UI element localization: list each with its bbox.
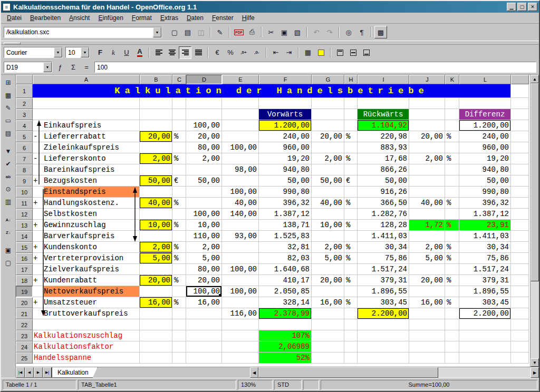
undo-button[interactable]: ↶	[310, 26, 323, 38]
cell-G19[interactable]	[312, 286, 344, 297]
cell-L17[interactable]: 1.517,24	[459, 264, 511, 275]
cell-C21[interactable]	[172, 308, 186, 319]
cell-D2[interactable]	[186, 98, 222, 109]
cell-K13[interactable]: %	[445, 220, 459, 231]
cell-C4[interactable]	[172, 120, 186, 131]
menu-item-ansicht[interactable]: Ansicht	[65, 13, 94, 23]
cell-K22[interactable]	[445, 319, 459, 330]
cell-H3[interactable]	[344, 109, 358, 120]
cell-G5[interactable]: 20,00	[312, 131, 344, 142]
cell-B25[interactable]	[140, 352, 172, 364]
cell-G24[interactable]	[312, 341, 344, 352]
cell-K21[interactable]	[445, 308, 459, 319]
cell-F5[interactable]: 240,00	[259, 131, 312, 142]
cell-J22[interactable]	[409, 319, 445, 330]
cell-D5[interactable]: 20,00	[186, 131, 222, 142]
cell-I24[interactable]	[358, 341, 409, 352]
cell-L11[interactable]: 396,32	[459, 198, 511, 209]
cell-G8[interactable]	[312, 164, 344, 175]
cell-G10[interactable]	[312, 187, 344, 198]
cell-B19[interactable]	[140, 286, 172, 297]
cell-D6[interactable]: 80,00	[186, 142, 222, 153]
cell-G7[interactable]: 2,00	[312, 153, 344, 164]
cell-G22[interactable]	[312, 319, 344, 330]
cell-F17[interactable]: 1.640,68	[259, 264, 312, 275]
column-header-D[interactable]: D	[186, 75, 222, 84]
cell-J18[interactable]: 20,00	[409, 275, 445, 286]
cell-G20[interactable]: 16,00	[312, 297, 344, 308]
row-header-5[interactable]: 5	[16, 131, 33, 142]
cell-G6[interactable]	[312, 142, 344, 153]
row-header-4[interactable]: 4	[16, 120, 33, 131]
cell-J21[interactable]	[409, 308, 445, 319]
menu-item-format[interactable]: Format	[128, 13, 156, 23]
cell-H10[interactable]	[344, 187, 358, 198]
cell-L3[interactable]: Differenz	[459, 109, 511, 120]
menu-item-extras[interactable]: Extras	[156, 13, 182, 23]
cell-C2[interactable]	[172, 98, 186, 109]
cell-K5[interactable]: %	[445, 131, 459, 142]
cell-C18[interactable]: %	[172, 275, 186, 286]
cell-D18[interactable]: 20,00	[186, 275, 222, 286]
cell-I16[interactable]: 75,86	[358, 253, 409, 264]
align-left-button[interactable]	[152, 46, 165, 59]
cell-A2[interactable]	[33, 98, 140, 109]
cell-K25[interactable]	[445, 352, 459, 364]
cell-pad7[interactable]	[511, 153, 529, 164]
cell-E9[interactable]	[222, 175, 259, 187]
cell-L14[interactable]: 1.411,03	[459, 231, 511, 242]
column-header-J[interactable]: J	[409, 75, 445, 84]
cell-B16[interactable]: 5,00	[140, 253, 172, 264]
cell-L25[interactable]	[459, 352, 511, 364]
cell-E25[interactable]	[222, 352, 259, 364]
cell-J17[interactable]	[409, 264, 445, 275]
cell-J9[interactable]	[409, 175, 445, 187]
cell-A12[interactable]: Selbstkosten	[33, 209, 140, 220]
cell-A23[interactable]: Kalkulationszuschlag	[33, 330, 140, 341]
cell-pad12[interactable]	[511, 209, 529, 220]
cell-E10[interactable]: 100,00	[222, 187, 259, 198]
url-dropdown-icon[interactable]: ▼	[153, 27, 161, 37]
horizontal-scroll-thumb[interactable]	[258, 367, 438, 378]
autoformat-button[interactable]: ▤	[3, 128, 14, 139]
cell-C22[interactable]	[172, 319, 186, 330]
cell-G9[interactable]: 50,00	[312, 175, 344, 187]
cell-A4[interactable]: Einkaufspreis	[33, 120, 140, 131]
cell-J6[interactable]	[409, 142, 445, 153]
vertical-scroll-thumb[interactable]	[531, 83, 539, 281]
cell-pad13[interactable]	[511, 220, 529, 231]
cell-pad3[interactable]	[511, 109, 529, 120]
cell-E13[interactable]	[222, 220, 259, 231]
zoom-level[interactable]: 130%	[238, 380, 273, 390]
menu-item-datei[interactable]: Datei	[3, 13, 26, 23]
menu-item-fenster[interactable]: Fenster	[208, 13, 238, 23]
cell-C9[interactable]: €	[172, 175, 186, 187]
cell-B20[interactable]: 16,00	[140, 297, 172, 308]
cell-J16[interactable]: 5,00	[409, 253, 445, 264]
cell-G21[interactable]	[312, 308, 344, 319]
cell-L10[interactable]: 990,80	[459, 187, 511, 198]
cell-A24[interactable]: Kalkulationsfaktor	[33, 341, 140, 352]
cell-G25[interactable]	[312, 352, 344, 364]
cell-pad22[interactable]	[511, 319, 529, 330]
remove-decimal-button[interactable]: ,0-	[250, 46, 263, 59]
cell-pad21[interactable]	[511, 308, 529, 319]
cell-I13[interactable]: 128,28	[358, 220, 409, 231]
formula-button[interactable]: =	[80, 61, 93, 74]
cell-F4[interactable]: 1.200,00	[259, 120, 312, 131]
cell-G3[interactable]	[312, 109, 344, 120]
cell-A21[interactable]: Bruttoverkaufspreis	[33, 308, 140, 319]
cell-B22[interactable]	[140, 319, 172, 330]
cell-A6[interactable]: Zieleinkaufspreis	[33, 142, 140, 153]
cell-K20[interactable]: %	[445, 297, 459, 308]
cell-F7[interactable]: 19,20	[259, 153, 312, 164]
cell-I6[interactable]: 883,93	[358, 142, 409, 153]
cell-F12[interactable]: 1.387,12	[259, 209, 312, 220]
cell-C25[interactable]	[172, 352, 186, 364]
cell-L21[interactable]: 2.200,00	[459, 308, 511, 319]
cell-J10[interactable]	[409, 187, 445, 198]
cell-L20[interactable]: 303,45	[459, 297, 511, 308]
cell-D19[interactable]: 100,00	[186, 286, 222, 297]
menu-item-daten[interactable]: Daten	[182, 13, 208, 23]
cell-H25[interactable]	[344, 352, 358, 364]
